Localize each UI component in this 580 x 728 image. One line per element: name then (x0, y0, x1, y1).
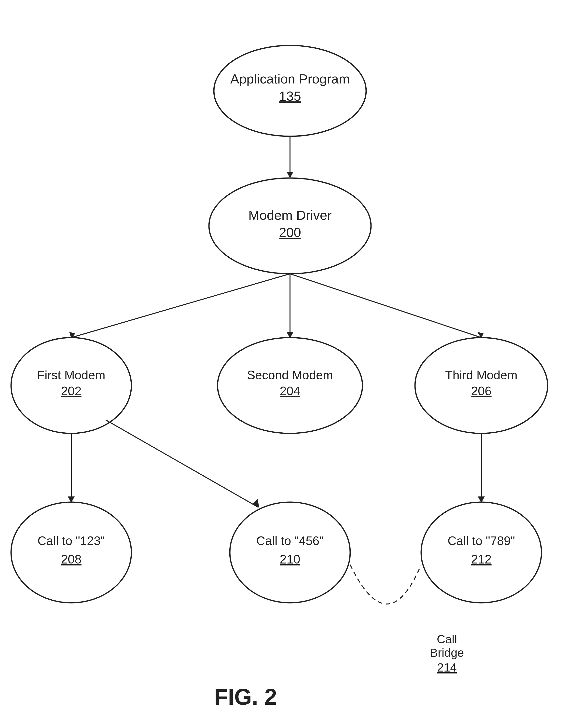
svg-text:Call to "123": Call to "123" (37, 534, 105, 548)
svg-marker-1 (287, 172, 293, 178)
svg-text:Bridge: Bridge (430, 646, 464, 659)
diagram: Application Program 135 Modem Driver 200… (0, 0, 580, 728)
svg-line-10 (106, 420, 258, 507)
svg-line-6 (290, 274, 481, 338)
svg-text:135: 135 (279, 89, 301, 103)
svg-text:Modem Driver: Modem Driver (248, 208, 332, 223)
svg-text:Call to "789": Call to "789" (448, 534, 515, 548)
svg-text:Third Modem: Third Modem (445, 368, 518, 382)
svg-text:Second Modem: Second Modem (247, 368, 333, 382)
svg-text:214: 214 (437, 661, 457, 674)
svg-text:210: 210 (280, 552, 300, 566)
svg-text:Call to "456": Call to "456" (256, 534, 324, 548)
svg-text:204: 204 (280, 384, 300, 398)
svg-text:206: 206 (471, 384, 491, 398)
svg-text:Application Program: Application Program (230, 72, 350, 86)
svg-line-2 (71, 274, 290, 338)
svg-text:First Modem: First Modem (37, 368, 105, 382)
svg-text:212: 212 (471, 552, 491, 566)
svg-text:200: 200 (279, 225, 301, 240)
diagram-svg: Application Program 135 Modem Driver 200… (0, 0, 580, 728)
svg-text:FIG. 2: FIG. 2 (214, 684, 277, 709)
svg-text:202: 202 (61, 384, 81, 398)
svg-text:Call: Call (437, 633, 457, 646)
svg-marker-11 (253, 499, 259, 508)
svg-text:208: 208 (61, 552, 81, 566)
